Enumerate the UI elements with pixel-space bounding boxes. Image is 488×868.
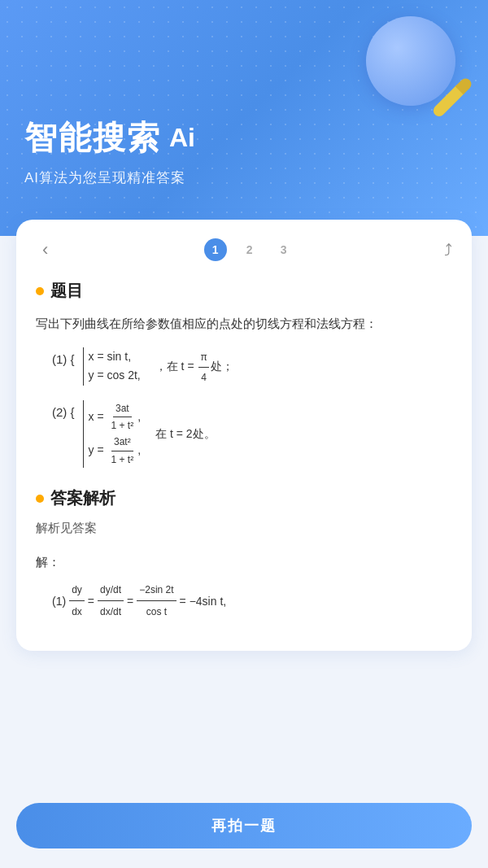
- magnifier-illustration: [358, 16, 472, 130]
- problem-description: 写出下列曲线在所给参数值相应的点处的切线方程和法线方程：: [36, 313, 452, 334]
- back-button[interactable]: ‹: [36, 236, 54, 264]
- retake-button[interactable]: 再拍一题: [16, 803, 472, 848]
- page-indicator: 1 2 3: [204, 238, 295, 261]
- bottom-bar: 再拍一题: [0, 790, 488, 868]
- problem-2: (2) { x = 3at 1 + t² , y = 3at² 1 + t² ,: [52, 400, 452, 469]
- page-2-button[interactable]: 2: [238, 238, 261, 261]
- problem-section-header: 题目: [36, 280, 452, 302]
- problem-1-label: (1) {: [52, 347, 75, 372]
- page-1-button[interactable]: 1: [204, 238, 227, 261]
- page-3-button[interactable]: 3: [272, 238, 295, 261]
- problem-1-condition: ，在 t = π 4 处；: [155, 347, 233, 387]
- problem-2-line: (2) { x = 3at 1 + t² , y = 3at² 1 + t² ,: [52, 400, 452, 469]
- answer-section: 答案解析 解析见答案 解： (1) dy dx = dy/dt dx/dt = …: [36, 487, 452, 623]
- header-text-block: 智能搜索 Ai AI算法为您呈现精准答案: [24, 116, 195, 187]
- card-nav: ‹ 1 2 3 ⤴: [36, 236, 452, 264]
- magnifier-lens: [366, 16, 455, 106]
- subtitle: AI算法为您呈现精准答案: [24, 168, 195, 187]
- header-background: 智能搜索 Ai AI算法为您呈现精准答案: [0, 0, 488, 236]
- title-row: 智能搜索 Ai: [24, 116, 195, 160]
- solution-equals-1: =: [88, 589, 94, 614]
- answer-section-title: 答案解析: [50, 487, 115, 509]
- content-area: ‹ 1 2 3 ⤴ 题目 写出下列曲线在所给参数值相应的点处的切线方程和法线方程…: [0, 236, 488, 868]
- solution-step-1: (1) dy dx = dy/dt dx/dt = −2sin 2t cos t…: [52, 579, 452, 623]
- orange-dot-2-icon: [36, 495, 44, 503]
- ai-badge: Ai: [169, 123, 195, 153]
- problem-2-eq2: y = 3at² 1 + t² ,: [89, 434, 142, 468]
- problem-2-label: (2) {: [52, 400, 75, 425]
- solution-step-1-label: (1): [52, 589, 66, 614]
- main-title: 智能搜索: [24, 116, 161, 160]
- problem-2-system: x = 3at 1 + t² , y = 3at² 1 + t² ,: [83, 400, 142, 469]
- problem-section-title: 题目: [50, 280, 83, 302]
- share-button[interactable]: ⤴: [444, 241, 452, 260]
- problem-1-eq2: y = cos 2t,: [89, 366, 141, 386]
- problem-1: (1) { x = sin t, y = cos 2t, ，在 t = π 4 …: [52, 347, 452, 387]
- solution-label: 解：: [36, 551, 452, 573]
- orange-dot-icon: [36, 287, 44, 295]
- problem-1-eq1: x = sin t,: [89, 347, 141, 367]
- answer-note: 解析见答案: [36, 521, 452, 536]
- problem-1-system: x = sin t, y = cos 2t,: [83, 347, 141, 386]
- answer-section-header: 答案解析: [36, 487, 452, 509]
- solution-equals-3: = −4sin t,: [180, 589, 227, 614]
- problem-2-condition: 在 t = 2处。: [155, 422, 216, 445]
- problem-2-eq1: x = 3at 1 + t² ,: [89, 400, 142, 434]
- problem-1-line: (1) { x = sin t, y = cos 2t, ，在 t = π 4 …: [52, 347, 452, 387]
- solution-equals-2: =: [127, 589, 133, 614]
- main-card: ‹ 1 2 3 ⤴ 题目 写出下列曲线在所给参数值相应的点处的切线方程和法线方程…: [16, 220, 472, 651]
